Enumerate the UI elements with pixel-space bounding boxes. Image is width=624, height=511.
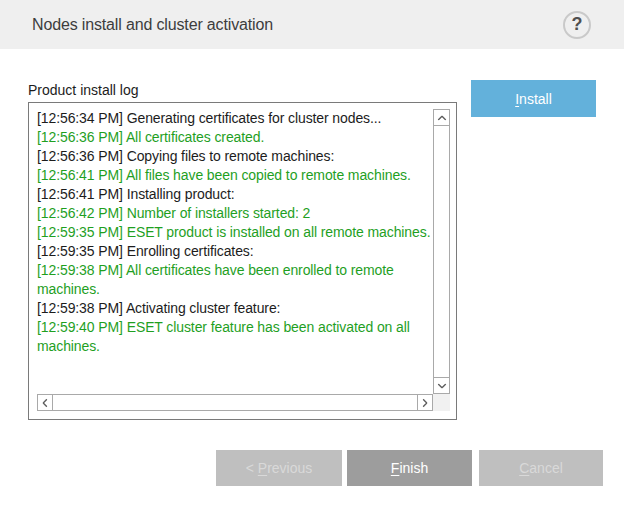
scrollbar-corner xyxy=(433,394,450,411)
chevron-down-icon xyxy=(437,383,446,388)
vertical-scrollbar[interactable] xyxy=(433,109,450,394)
horizontal-scrollbar[interactable] xyxy=(37,394,433,411)
scroll-up-button[interactable] xyxy=(433,109,450,126)
question-mark-icon: ? xyxy=(572,14,583,34)
log-entry: [12:59:35 PM] Enrolling certificates: xyxy=(37,242,434,261)
chevron-up-icon xyxy=(437,115,446,120)
log-entry: [12:56:42 PM] Number of installers start… xyxy=(37,204,434,223)
log-entry: [12:56:36 PM] All certificates created. xyxy=(37,128,434,147)
log-text: [12:56:34 PM] Generating certificates fo… xyxy=(37,109,434,356)
chevron-right-icon xyxy=(423,398,428,407)
log-entry: [12:59:38 PM] Activating cluster feature… xyxy=(37,299,434,318)
previous-button[interactable]: < Previous xyxy=(216,450,342,486)
dialog-header: Nodes install and cluster activation ? xyxy=(0,0,624,49)
chevron-left-icon xyxy=(43,398,48,407)
help-button[interactable]: ? xyxy=(563,11,591,39)
log-entry: [12:56:36 PM] Copying files to remote ma… xyxy=(37,147,434,166)
log-entry: [12:56:34 PM] Generating certificates fo… xyxy=(37,109,434,128)
product-install-log-box: [12:56:34 PM] Generating certificates fo… xyxy=(28,102,457,420)
log-entry: [12:59:35 PM] ESET product is installed … xyxy=(37,223,434,242)
log-entry: [12:59:38 PM] All certificates have been… xyxy=(37,261,434,299)
scroll-right-button[interactable] xyxy=(417,394,433,411)
finish-button[interactable]: Finish xyxy=(347,450,472,486)
cancel-button[interactable]: Cancel xyxy=(479,450,603,486)
scroll-left-button[interactable] xyxy=(37,394,53,411)
page-title: Nodes install and cluster activation xyxy=(32,14,273,36)
wizard-dialog: Nodes install and cluster activation ? P… xyxy=(0,0,624,511)
log-entry: [12:59:40 PM] ESET cluster feature has b… xyxy=(37,318,434,356)
install-button[interactable]: Install xyxy=(471,80,596,117)
log-entry: [12:56:41 PM] All files have been copied… xyxy=(37,166,434,185)
product-install-log-label: Product install log xyxy=(28,81,139,99)
log-entry: [12:56:41 PM] Installing product: xyxy=(37,185,434,204)
scroll-down-button[interactable] xyxy=(433,377,450,394)
